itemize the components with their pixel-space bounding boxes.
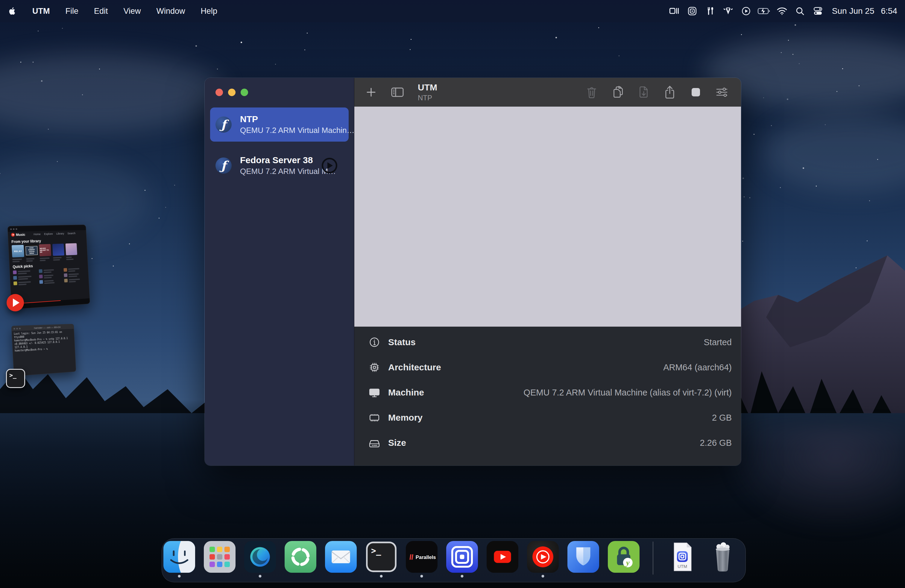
- fedora-icon: ƒ: [216, 116, 232, 133]
- memory-chip-icon: [368, 412, 381, 423]
- window-subtitle: NTP: [418, 94, 437, 102]
- spotlight-icon[interactable]: [793, 4, 807, 18]
- dock-edge-icon[interactable]: [244, 541, 276, 577]
- tools-icon[interactable]: [703, 4, 717, 18]
- apple-icon: [8, 6, 17, 16]
- detail-row-size: Size 2.26 GB: [364, 430, 732, 455]
- toggle-sidebar-button[interactable]: [389, 84, 406, 100]
- dock-mail-icon[interactable]: [325, 541, 357, 577]
- dock: >_ Parallels y UTM: [162, 538, 746, 582]
- detail-row-memory: Memory 2 GB: [364, 405, 732, 430]
- dock-bitwarden-icon[interactable]: [567, 541, 599, 577]
- menu-edit[interactable]: Edit: [86, 0, 116, 22]
- running-indicator: [380, 575, 383, 577]
- utm-status-icon[interactable]: [685, 4, 699, 18]
- detail-label: Machine: [388, 388, 424, 397]
- detail-value: 2.26 GB: [700, 438, 732, 448]
- detail-row-architecture: Architecture ARM64 (aarch64): [364, 355, 732, 380]
- detail-label: Size: [388, 438, 406, 448]
- duplicate-vm-button[interactable]: [609, 84, 626, 100]
- menu-file[interactable]: File: [57, 0, 86, 22]
- vm-row-ntp[interactable]: ƒ NTP QEMU 7.2 ARM Virtual Machin…: [210, 108, 349, 141]
- dock-yubico-lock-icon[interactable]: y: [608, 541, 640, 577]
- music-nav-search[interactable]: Search: [67, 232, 75, 235]
- wifi-icon[interactable]: [775, 4, 789, 18]
- apple-menu[interactable]: [0, 0, 25, 22]
- running-indicator: [178, 575, 181, 577]
- running-indicator: [542, 575, 545, 577]
- dock-utm-icon[interactable]: [446, 541, 478, 577]
- dock-utm-document-icon[interactable]: UTM: [667, 541, 698, 577]
- youtube-music-badge-icon[interactable]: [6, 294, 24, 311]
- vm-play-button[interactable]: [322, 158, 337, 173]
- running-indicator: [421, 575, 423, 577]
- menu-help[interactable]: Help: [193, 0, 225, 22]
- play-circle-icon[interactable]: [739, 4, 753, 18]
- dock-youtube-icon[interactable]: [487, 541, 518, 577]
- detail-label: Memory: [388, 413, 422, 423]
- delete-vm-button[interactable]: [583, 84, 600, 100]
- album-cover[interactable]: DUKE DUMONT OCEAN DRIVE: [25, 244, 38, 257]
- menu-window[interactable]: Window: [149, 0, 193, 22]
- youtube-music-logo: Music: [11, 233, 25, 237]
- dock-terminal-icon[interactable]: >_: [365, 541, 397, 577]
- album-cover[interactable]: RELAX: [12, 245, 24, 257]
- vm-subtitle: QEMU 7.2 ARM Virtual Machin…: [240, 126, 343, 135]
- menubar-clock[interactable]: Sun Jun 25 6:54: [829, 6, 897, 16]
- window-manager-icon[interactable]: [667, 4, 681, 18]
- vm-subtitle: QEMU 7.2 ARM Virtual M…: [240, 167, 336, 176]
- running-indicator: [461, 575, 464, 577]
- music-nav-home[interactable]: Home: [33, 233, 41, 236]
- minimize-button[interactable]: [228, 89, 235, 96]
- running-indicator: [259, 575, 262, 577]
- display-icon: [368, 387, 381, 398]
- music-nav-library[interactable]: Library: [56, 232, 64, 235]
- menu-view[interactable]: View: [116, 0, 149, 22]
- album-cover[interactable]: [52, 244, 64, 256]
- detail-label: Status: [388, 337, 416, 347]
- window-title: UTM: [418, 83, 437, 92]
- detail-value: 2 GB: [712, 413, 732, 423]
- vm-display[interactable]: [354, 106, 741, 327]
- vm-settings-button[interactable]: [713, 84, 730, 100]
- dock-finder-icon[interactable]: [164, 541, 195, 577]
- parallels-label: Parallels: [416, 555, 436, 560]
- v-wing-icon[interactable]: [721, 4, 735, 18]
- mountain-reflection: [724, 425, 905, 533]
- info-circle-icon: [368, 337, 381, 348]
- svg-text:y: y: [625, 558, 630, 567]
- detail-label: Architecture: [388, 362, 441, 372]
- dock-trash-icon[interactable]: [707, 541, 738, 577]
- album-cover[interactable]: NEVER MEANT TO BE: [39, 244, 51, 256]
- album-cover[interactable]: [65, 243, 78, 255]
- svg-text:>_: >_: [371, 546, 381, 556]
- terminal-badge-icon[interactable]: >_: [6, 369, 25, 388]
- utm-document-label: UTM: [678, 564, 687, 569]
- add-vm-button[interactable]: [363, 84, 379, 100]
- dock-parallels-icon[interactable]: Parallels: [406, 541, 438, 577]
- vm-details-panel: Status Started Architecture ARM64 (aarch…: [354, 327, 741, 466]
- internal-drive-icon: [368, 437, 381, 448]
- detail-row-status: Status Started: [364, 330, 732, 355]
- dock-launchpad-icon[interactable]: [204, 541, 235, 577]
- battery-charging-icon[interactable]: [757, 4, 771, 18]
- detail-row-machine: Machine QEMU 7.2 ARM Virtual Machine (al…: [364, 380, 732, 405]
- dock-youtube-music-icon[interactable]: [527, 541, 559, 577]
- detail-value: ARM64 (aarch64): [663, 362, 732, 372]
- vm-row-fedora-server[interactable]: ƒ Fedora Server 38 QEMU 7.2 ARM Virtual …: [210, 148, 349, 183]
- move-to-button[interactable]: [635, 84, 652, 100]
- zoom-button[interactable]: [241, 89, 248, 96]
- window-toolbar: UTM NTP: [354, 78, 741, 106]
- control-center-icon[interactable]: [811, 4, 825, 18]
- dock-sync-app-icon[interactable]: [284, 541, 316, 577]
- fedora-icon: ƒ: [216, 157, 232, 174]
- terminal-window-thumbnail[interactable]: hamster — -zsh — 80×24 Last login: Sun J…: [11, 324, 76, 376]
- stop-vm-button[interactable]: [687, 84, 704, 100]
- clock-date: Sun Jun 25: [832, 6, 875, 16]
- menu-app-name[interactable]: UTM: [25, 0, 57, 22]
- vm-name: NTP: [240, 114, 343, 124]
- close-button[interactable]: [216, 89, 223, 96]
- share-button[interactable]: [661, 84, 678, 100]
- menu-bar: UTM File Edit View Window Help: [0, 0, 905, 22]
- music-nav-explore[interactable]: Explore: [44, 232, 53, 236]
